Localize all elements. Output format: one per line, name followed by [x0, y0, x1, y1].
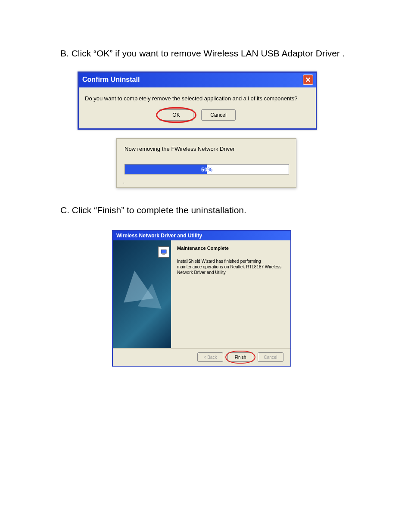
close-icon — [305, 77, 311, 82]
svg-rect-0 — [161, 250, 166, 253]
cancel-button-label: Cancel — [264, 355, 277, 360]
cancel-button-label: Cancel — [210, 112, 226, 118]
dialog-button-row: OK Cancel — [85, 109, 310, 121]
finish-button-label: Finish — [235, 355, 246, 360]
progress-tick: 、 — [123, 179, 127, 185]
cancel-button: Cancel — [258, 352, 283, 362]
wizard-main: Maintenance Complete InstallShield Wizar… — [171, 240, 290, 348]
decorative-triangle-icon — [137, 283, 164, 309]
finish-button[interactable]: Finish — [227, 352, 253, 362]
dialog-body: Do you want to completely remove the sel… — [79, 87, 316, 128]
progress-message: Now removing the FWireless Network Drive… — [125, 146, 288, 152]
wizard-body-text: InstallShield Wizard has finished perfor… — [177, 258, 284, 275]
wizard-content: Maintenance Complete InstallShield Wizar… — [113, 240, 290, 348]
cancel-button[interactable]: Cancel — [201, 109, 236, 121]
wizard-title: Wireless Network Driver and Utility — [116, 233, 202, 239]
wizard-dialog-wrap: Wireless Network Driver and Utility Main… — [112, 230, 355, 367]
progress-label: 50% — [125, 165, 289, 174]
step-b-text: B. Click “OK” if you want to remove Wire… — [60, 47, 355, 59]
progress-dialog: Now removing the FWireless Network Drive… — [116, 138, 296, 188]
confirm-uninstall-dialog-wrap: Confirm Uninstall Do you want to complet… — [78, 72, 355, 130]
dialog-titlebar: Confirm Uninstall — [79, 73, 316, 87]
wizard-dialog: Wireless Network Driver and Utility Main… — [112, 230, 291, 367]
progress-bar: 50% — [125, 164, 289, 174]
wizard-titlebar: Wireless Network Driver and Utility — [113, 231, 290, 240]
wizard-footer: < Back Finish Cancel — [113, 348, 290, 366]
wizard-side-graphic — [113, 240, 171, 348]
close-button[interactable] — [303, 75, 313, 85]
dialog-title: Confirm Uninstall — [82, 76, 140, 84]
document-page: B. Click “OK” if you want to remove Wire… — [0, 0, 411, 384]
ok-button[interactable]: OK — [159, 109, 193, 121]
dialog-message: Do you want to completely remove the sel… — [85, 95, 310, 102]
progress-dialog-wrap: Now removing the FWireless Network Drive… — [116, 138, 355, 188]
computer-icon — [158, 246, 169, 258]
progress-percent-number: 50 — [201, 166, 207, 173]
svg-rect-1 — [162, 254, 165, 255]
ok-button-label: OK — [172, 112, 180, 118]
wizard-heading: Maintenance Complete — [177, 246, 284, 251]
progress-percent-sign: % — [207, 166, 212, 173]
back-button-label: < Back — [204, 355, 217, 360]
back-button: < Back — [197, 352, 223, 362]
confirm-uninstall-dialog: Confirm Uninstall Do you want to complet… — [78, 72, 317, 130]
step-c-text: C. Click “Finish” to complete the uninst… — [60, 205, 355, 215]
